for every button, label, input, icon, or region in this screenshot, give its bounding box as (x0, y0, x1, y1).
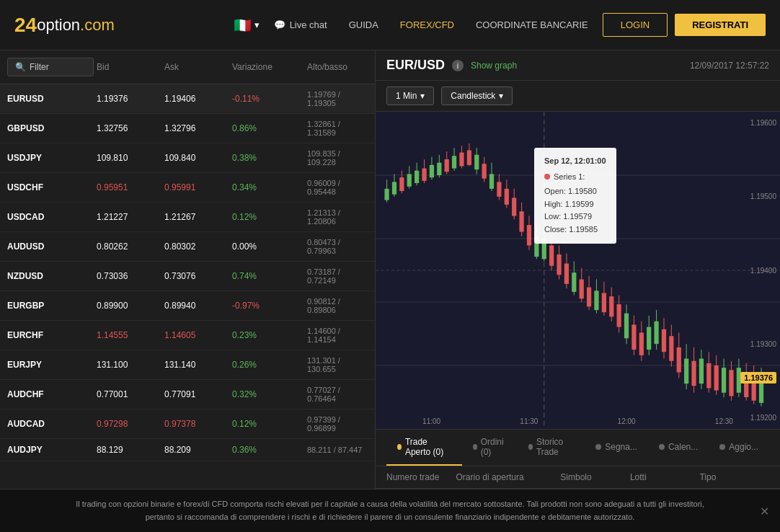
chart-type-chevron: ▾ (499, 91, 503, 101)
tab-item-2[interactable]: Storico Trade (518, 430, 585, 466)
info-icon[interactable]: i (452, 60, 464, 71)
market-row[interactable]: EURJPY 131.100 131.140 0.26% 131.301 / 1… (0, 350, 375, 380)
tab-label: Aggio... (729, 442, 758, 452)
chart-controls: 1 Min ▾ Candlestick ▾ (376, 81, 780, 112)
show-graph-link[interactable]: Show graph (471, 61, 517, 71)
market-header: 🔍 Filter Bid Ask Variazione Alto/basso (0, 50, 375, 84)
change-value: 0.74% (232, 271, 304, 281)
login-button[interactable]: LOGIN (603, 13, 668, 37)
svg-rect-105 (752, 375, 756, 401)
col-bid: Bid (97, 62, 161, 72)
tab-content: Numero tradeOrario di aperturaSimboloLot… (376, 466, 780, 489)
ask-price: 1.19406 (164, 94, 229, 104)
svg-rect-57 (572, 272, 576, 292)
market-row[interactable]: USDCAD 1.21227 1.21267 0.12% 1.21313 / 1… (0, 203, 375, 232)
time-label-2: 12:00 (618, 417, 636, 425)
market-row[interactable]: USDCHF 0.95951 0.95991 0.34% 0.96009 / 0… (0, 173, 375, 203)
svg-rect-19 (430, 165, 434, 177)
market-row[interactable]: EURUSD 1.19376 1.19406 -0.11% 1.19769 / … (0, 84, 375, 114)
logo-option: option (37, 16, 80, 35)
high-low-value: 1.19769 / 1.19305 (307, 90, 368, 107)
svg-rect-9 (392, 182, 396, 194)
live-chat-button[interactable]: 💬 Live chat (274, 19, 327, 30)
pair-name: EURUSD (7, 94, 94, 104)
timeframe-value: 1 Min (396, 91, 417, 101)
ask-price: 0.89940 (164, 301, 229, 311)
bid-price: 88.129 (97, 445, 161, 455)
tab-item-3[interactable]: Segna... (585, 435, 648, 461)
change-value: 0.32% (232, 389, 304, 399)
high-low-value: 109.835 / 109.228 (307, 149, 368, 167)
ask-price: 0.80302 (164, 241, 229, 252)
bid-price: 109.810 (97, 153, 161, 163)
pair-name: AUDUSD (7, 241, 94, 252)
tab-item-4[interactable]: Calen... (648, 435, 709, 461)
logo-24: 24 (14, 14, 37, 37)
pair-name: NZDUSD (7, 271, 94, 281)
chart-type-selector[interactable]: Candlestick ▾ (441, 87, 513, 105)
market-row[interactable]: EURGBP 0.89900 0.89940 -0.97% 0.90812 / … (0, 291, 375, 321)
market-row[interactable]: AUDCHF 0.77001 0.77091 0.32% 0.77027 / 0… (0, 380, 375, 409)
market-row[interactable]: AUDJPY 88.129 88.209 0.36% 88.211 / 87.4… (0, 439, 375, 461)
svg-rect-21 (437, 163, 441, 175)
market-row[interactable]: USDJPY 109.810 109.840 0.38% 109.835 / 1… (0, 143, 375, 173)
high-low-value: 88.211 / 87.447 (307, 445, 368, 454)
tab-item-5[interactable]: Aggio... (709, 435, 769, 461)
nav-coordinate[interactable]: COORDINATE BANCARIE (476, 19, 588, 30)
flag-selector[interactable]: 🇮🇹 ▾ (234, 17, 260, 34)
market-row[interactable]: GBPUSD 1.32756 1.32796 0.86% 1.32861 / 1… (0, 114, 375, 143)
tab-dot (595, 444, 601, 450)
disclaimer: Il trading con opzioni binarie e forex/d… (0, 489, 780, 532)
high-low-value: 131.301 / 130.655 (307, 356, 368, 373)
pair-name: EURCHF (7, 330, 94, 340)
chart-panel: EUR/USD i Show graph 12/09/2017 12:57:22… (375, 50, 780, 489)
svg-rect-45 (527, 225, 531, 245)
main-layout: 🔍 Filter Bid Ask Variazione Alto/basso E… (0, 50, 780, 489)
tab-label: Ordini (0) (481, 437, 507, 457)
svg-rect-23 (445, 159, 449, 172)
svg-rect-41 (512, 198, 516, 216)
market-row[interactable]: AUDCAD 0.97298 0.97378 0.12% 0.97399 / 0… (0, 409, 375, 439)
svg-rect-31 (474, 155, 479, 169)
time-label-1: 11:30 (520, 417, 538, 425)
svg-rect-39 (505, 189, 509, 205)
market-row[interactable]: NZDUSD 0.73036 0.73076 0.74% 0.73187 / 0… (0, 262, 375, 291)
tab-item-0[interactable]: Trade Aperto (0) (386, 430, 462, 466)
svg-rect-33 (482, 164, 487, 178)
bid-price: 1.19376 (97, 94, 161, 104)
register-button[interactable]: REGISTRATI (675, 14, 766, 36)
nav-guida[interactable]: GUIDA (349, 19, 378, 30)
ask-price: 0.95991 (164, 182, 229, 192)
change-value: 0.38% (232, 153, 304, 163)
filter-button[interactable]: 🔍 Filter (7, 58, 94, 76)
svg-rect-65 (602, 293, 606, 312)
svg-rect-47 (534, 236, 539, 257)
chart-svg (376, 112, 780, 429)
svg-rect-87 (684, 359, 688, 384)
pair-name: USDCHF (7, 182, 94, 192)
table-col-4: Tipo (699, 472, 769, 482)
svg-rect-27 (459, 153, 464, 167)
change-value: 0.26% (232, 360, 304, 370)
nav-forex[interactable]: FOREX/CFD (400, 19, 454, 30)
svg-rect-99 (729, 370, 733, 396)
tab-label: Calen... (668, 442, 698, 452)
tab-item-1[interactable]: Ordini (0) (462, 430, 518, 466)
time-label-0: 11:00 (422, 417, 440, 425)
change-value: 0.34% (232, 182, 304, 192)
svg-rect-15 (415, 171, 419, 183)
svg-rect-83 (669, 336, 673, 361)
bid-price: 0.95951 (97, 182, 161, 192)
pair-name: AUDCAD (7, 419, 94, 429)
bid-price: 1.32756 (97, 123, 161, 133)
market-row[interactable]: EURCHF 1.14555 1.14605 0.23% 1.14600 / 1… (0, 321, 375, 350)
change-value: 0.12% (232, 419, 304, 429)
svg-rect-49 (542, 239, 546, 259)
chart-area[interactable]: Sep 12, 12:01:00 Series 1: Open: 1.19580… (376, 112, 780, 429)
svg-rect-81 (662, 329, 666, 352)
bid-price: 0.77001 (97, 389, 161, 399)
col-alto-basso: Alto/basso (307, 62, 368, 72)
timeframe-selector[interactable]: 1 Min ▾ (386, 87, 434, 105)
market-row[interactable]: AUDUSD 0.80262 0.80302 0.00% 0.80473 / 0… (0, 232, 375, 262)
close-disclaimer-button[interactable]: ✕ (760, 504, 769, 518)
